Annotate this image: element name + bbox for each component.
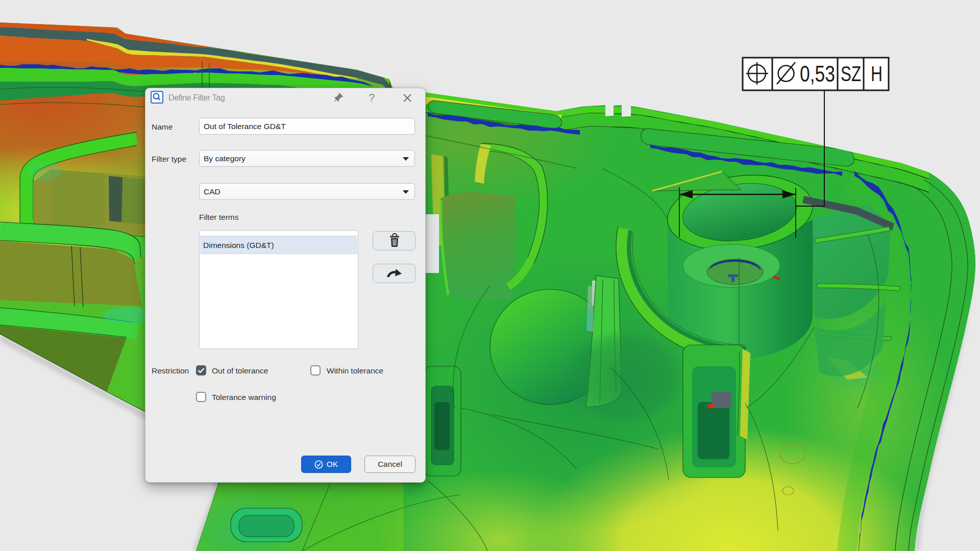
svg-text:SZ: SZ [841, 62, 861, 86]
svg-text:0,53: 0,53 [800, 61, 835, 86]
svg-text:H: H [871, 62, 883, 86]
